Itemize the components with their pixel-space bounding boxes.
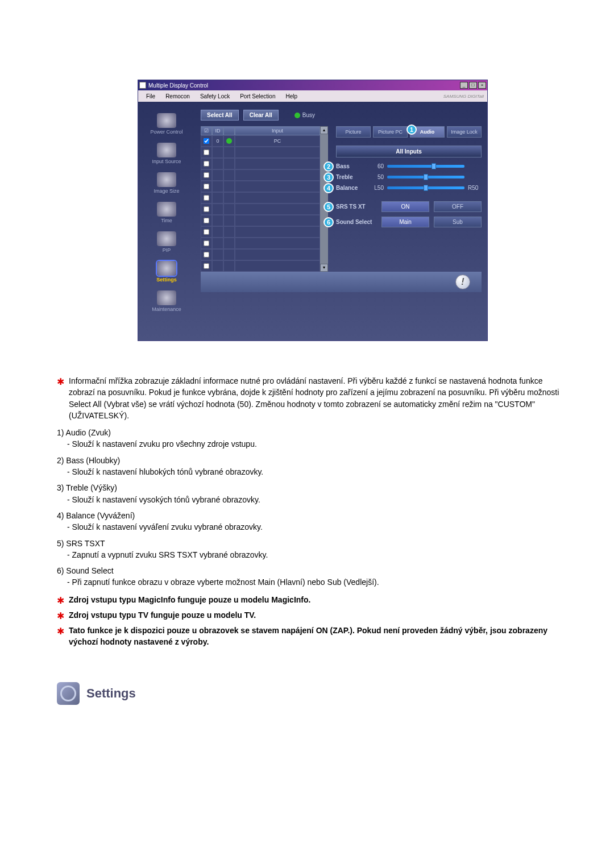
row-status <box>223 181 235 192</box>
scrollbar[interactable]: ▴ ▾ <box>320 126 328 272</box>
row-checkbox[interactable] <box>204 218 209 223</box>
row-input <box>235 169 320 181</box>
table-row[interactable] <box>201 181 320 192</box>
input-source-icon <box>157 143 176 157</box>
menu-file[interactable]: File <box>142 92 160 101</box>
srs-on-button[interactable]: ON <box>381 201 429 212</box>
table-row[interactable] <box>201 226 320 238</box>
row-checkbox[interactable] <box>204 195 209 201</box>
settings-heading-icon <box>57 682 80 705</box>
note-row: ✱Zdroj vstupu typu MagicInfo funguje pou… <box>57 594 569 607</box>
app-icon <box>139 82 146 89</box>
row-status <box>223 192 235 203</box>
list-item: 6) Sound Select- Při zapnutí funkce obra… <box>57 565 569 588</box>
menu-safety-lock[interactable]: Safety Lock <box>196 92 234 101</box>
clear-all-button[interactable]: Clear All <box>243 110 279 121</box>
row-checkbox[interactable] <box>204 149 209 155</box>
row-checkbox[interactable] <box>204 161 209 167</box>
tab-picture-pc[interactable]: Picture PC <box>373 126 408 138</box>
row-id <box>212 203 223 215</box>
table-row[interactable] <box>201 215 320 226</box>
settings-heading: Settings <box>57 682 569 705</box>
srs-off-button[interactable]: OFF <box>434 201 482 212</box>
row-status <box>223 147 235 158</box>
table-row[interactable] <box>201 147 320 158</box>
scroll-up-button[interactable]: ▴ <box>320 126 328 134</box>
sidebar-item-image-size[interactable]: Image Size <box>154 172 179 194</box>
table-row[interactable] <box>201 158 320 169</box>
row-id: 0 <box>212 135 223 147</box>
callout-2: 2 <box>323 161 334 172</box>
callout-4: 4 <box>323 183 334 193</box>
treble-slider[interactable] <box>387 176 464 178</box>
row-id <box>212 181 223 192</box>
sidebar: Power Control Input Source Image Size Ti… <box>138 102 195 340</box>
row-input <box>235 238 320 249</box>
row-status <box>223 249 235 260</box>
row-checkbox[interactable] <box>204 229 209 235</box>
pip-icon <box>157 231 176 246</box>
row-id <box>212 260 223 272</box>
table-row[interactable] <box>201 249 320 260</box>
row-checkbox[interactable] <box>204 252 209 258</box>
row-input: PC <box>235 135 320 147</box>
star-icon: ✱ <box>57 625 64 648</box>
menu-remocon[interactable]: Remocon <box>161 92 194 101</box>
row-status <box>223 203 235 215</box>
row-input <box>235 192 320 203</box>
sidebar-item-maintenance[interactable]: Maintenance <box>152 290 181 312</box>
scroll-down-button[interactable]: ▾ <box>320 264 328 272</box>
close-button[interactable]: × <box>478 82 486 89</box>
tab-picture[interactable]: Picture <box>336 126 371 138</box>
all-inputs-bar[interactable]: All Inputs <box>336 146 482 157</box>
star-icon: ✱ <box>57 375 64 421</box>
sidebar-item-power-control[interactable]: Power Control <box>150 113 182 135</box>
sidebar-item-pip[interactable]: PIP <box>157 231 176 253</box>
menu-help[interactable]: Help <box>281 92 302 101</box>
row-checkbox[interactable] <box>204 206 209 212</box>
balance-row: 4 Balance L50 R50 <box>336 185 482 191</box>
tab-image-lock[interactable]: Image Lock <box>447 126 482 138</box>
row-status <box>223 169 235 181</box>
bass-slider[interactable] <box>387 165 464 168</box>
table-row[interactable] <box>201 169 320 181</box>
row-input <box>235 181 320 192</box>
row-checkbox[interactable] <box>204 184 209 189</box>
maintenance-icon <box>157 290 176 305</box>
info-icon[interactable]: ! <box>455 275 470 289</box>
srs-row: 5 SRS TS XT ON OFF <box>336 201 482 212</box>
tab-audio[interactable]: 1Audio <box>410 126 445 138</box>
row-checkbox[interactable] <box>204 240 209 246</box>
sound-select-row: 6 Sound Select Main Sub <box>336 217 482 227</box>
sound-select-main-button[interactable]: Main <box>381 217 429 227</box>
row-checkbox[interactable] <box>204 172 209 178</box>
list-item: 1) Audio (Zvuk)- Slouží k nastavení zvuk… <box>57 427 569 450</box>
callout-1: 1 <box>406 124 417 135</box>
table-row[interactable] <box>201 260 320 272</box>
window-title: Multiple Display Control <box>148 82 208 89</box>
row-checkbox[interactable] <box>204 138 209 144</box>
sidebar-item-input-source[interactable]: Input Source <box>152 143 181 164</box>
sound-select-sub-button[interactable]: Sub <box>434 217 482 227</box>
sidebar-item-settings[interactable]: Settings <box>156 261 177 283</box>
settings-icon <box>157 261 176 276</box>
minimize-button[interactable]: _ <box>460 82 468 89</box>
row-id <box>212 238 223 249</box>
table-row[interactable] <box>201 238 320 249</box>
power-icon <box>157 113 176 128</box>
select-all-button[interactable]: Select All <box>201 110 239 121</box>
row-checkbox[interactable] <box>204 263 209 269</box>
maximize-button[interactable]: □ <box>469 82 477 89</box>
table-row[interactable]: 0PC <box>201 135 320 147</box>
balance-slider[interactable] <box>387 186 464 189</box>
row-input <box>235 147 320 158</box>
status-dot-icon <box>226 138 232 144</box>
sidebar-item-time[interactable]: Time <box>157 202 176 223</box>
callout-6: 6 <box>323 217 334 227</box>
table-row[interactable] <box>201 192 320 203</box>
table-row[interactable] <box>201 203 320 215</box>
callout-3: 3 <box>323 172 334 182</box>
row-input <box>235 215 320 226</box>
menu-port-selection[interactable]: Port Selection <box>235 92 280 101</box>
intro-text: Informační mřížka zobrazuje základní inf… <box>69 375 569 421</box>
